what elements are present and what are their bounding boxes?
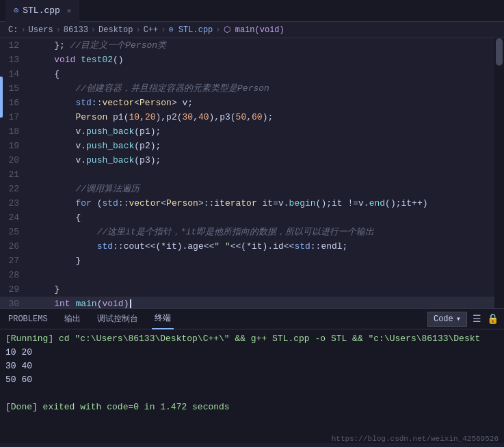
- scrollbar[interactable]: [494, 38, 504, 308]
- table-row: 12 }; //目定义一个Person类: [0, 38, 504, 53]
- table-row: 26 std::cout<<(*it).age<<" "<<(*it).id<<…: [0, 239, 504, 254]
- table-row: 15 //创建容器，并且指定容器的元素类型是Person: [0, 81, 504, 96]
- panel-lock-icon[interactable]: 🔒: [487, 313, 499, 325]
- terminal-output-line: 50 60: [5, 373, 499, 387]
- watermark: https://blog.csdn.net/weixin_42569526: [332, 435, 499, 443]
- panel: PROBLEMS 输出 调试控制台 终端 Code ▾ ☰ 🔒: [0, 308, 504, 443]
- tab-close-button[interactable]: ✕: [67, 6, 72, 15]
- table-row: 29 }: [0, 282, 504, 297]
- title-bar: ⊙ STL.cpp ✕: [0, 0, 504, 22]
- table-row: 19 v.push_back(p2);: [0, 139, 504, 153]
- panel-right-controls: Code ▾ ☰ 🔒: [427, 312, 499, 327]
- code-runner-dropdown[interactable]: Code ▾: [427, 312, 467, 327]
- terminal-cmd-line: [Running] cd "c:\Users\86133\Desktop\C++…: [5, 332, 499, 346]
- tab-debug-console[interactable]: 调试控制台: [94, 309, 141, 329]
- table-row: 24 {: [0, 211, 504, 225]
- breadcrumb-86133: 86133: [64, 25, 88, 35]
- breadcrumb-sep: ›: [21, 25, 25, 35]
- panel-menu-icon[interactable]: ☰: [473, 313, 481, 325]
- table-row: 30 int main(void): [0, 297, 504, 308]
- breadcrumb: C: › Users › 86133 › Desktop › C++ › ⊙ S…: [0, 22, 504, 38]
- table-row: 27 }: [0, 254, 504, 268]
- terminal-output: [Running] cd "c:\Users\86133\Desktop\C++…: [0, 329, 504, 443]
- code-lines: 12 }; //目定义一个Person类 13 void test02() 14…: [0, 38, 504, 308]
- breadcrumb-cpp-folder: C++: [144, 25, 159, 35]
- scroll-thumb[interactable]: [496, 38, 503, 66]
- breadcrumb-function: ⬡ main(void): [224, 25, 284, 35]
- tab-output[interactable]: 输出: [62, 309, 83, 329]
- table-row: 21: [0, 167, 504, 182]
- table-row: 28: [0, 268, 504, 282]
- breadcrumb-file: ⊙ STL.cpp: [168, 25, 213, 35]
- table-row: 14 {: [0, 67, 504, 81]
- file-tab[interactable]: ⊙ STL.cpp ✕: [5, 0, 79, 22]
- table-row: 17 Person p1(10,20),p2(30,40),p3(50,60);: [0, 110, 504, 124]
- table-row: 25 //这里it是个指针，*it即是他所指向的数据，所以可以进行一个输出: [0, 225, 504, 239]
- table-row: 13 void test02(): [0, 53, 504, 67]
- panel-tab-bar: PROBLEMS 输出 调试控制台 终端 Code ▾ ☰ 🔒: [0, 309, 504, 329]
- tab-terminal[interactable]: 终端: [152, 309, 174, 329]
- terminal-output-line: 30 40: [5, 360, 499, 373]
- file-icon: ⊙: [14, 5, 18, 16]
- terminal-done-line: [Done] exited with code=0 in 1.472 secon…: [5, 401, 499, 414]
- code-editor[interactable]: 12 }; //目定义一个Person类 13 void test02() 14…: [0, 38, 504, 308]
- table-row: 16 std::vector<Person> v;: [0, 96, 504, 110]
- scroll-left-indicator: [0, 77, 3, 118]
- table-row: 18 v.push_back(p1);: [0, 124, 504, 139]
- chevron-down-icon: ▾: [456, 314, 461, 324]
- tab-problems[interactable]: PROBLEMS: [5, 309, 51, 329]
- table-row: 22 //调用算法遍历: [0, 182, 504, 196]
- breadcrumb-desktop: Desktop: [98, 25, 133, 35]
- table-row: 23 for (std::vector<Person>::iterator it…: [0, 196, 504, 211]
- terminal-empty-line: [5, 387, 499, 401]
- table-row: 20 v.push_back(p3);: [0, 153, 504, 167]
- breadcrumb-users: Users: [29, 25, 53, 35]
- breadcrumb-c: C:: [8, 25, 18, 35]
- tab-label: STL.cpp: [23, 5, 60, 16]
- terminal-output-line: 10 20: [5, 346, 499, 360]
